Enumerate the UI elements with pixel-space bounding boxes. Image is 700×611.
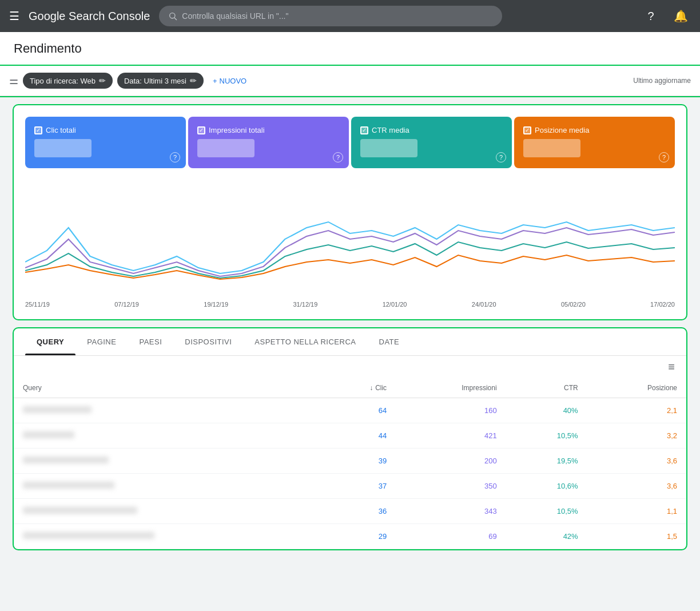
posizione-cell-0: 2,1 [587,398,686,423]
col-header-ctr[interactable]: CTR [506,378,587,398]
table-row[interactable]: 44 421 10,5% 3,2 [14,423,686,449]
filter-table-icon[interactable]: ≡ [668,360,675,374]
performance-card: ✓ Clic totali ? ✓ Impressioni totali ? ✓… [14,105,686,319]
ctr-cell-3: 10,6% [506,474,587,499]
metric-ctr-media[interactable]: ✓ CTR media ? [351,117,512,168]
metric-clic-totali[interactable]: ✓ Clic totali ? [25,117,186,168]
hamburger-icon[interactable]: ☰ [9,9,19,23]
query-cell-4 [14,499,323,524]
search-icon [168,11,177,21]
col-header-query[interactable]: Query [14,378,323,398]
main-content: ✓ Clic totali ? ✓ Impressioni totali ? ✓… [0,96,700,558]
table-row[interactable]: 37 350 10,6% 3,6 [14,474,686,499]
top-navigation: ☰ Google Search Console ? 🔔 [0,0,700,32]
page-header: Rendimento [0,32,700,66]
last-update-text: Ultimo aggiorname [633,77,691,85]
page-title: Rendimento [14,41,686,56]
posizione-help-icon[interactable]: ? [659,152,669,162]
table-row[interactable]: 29 69 42% 1,5 [14,524,686,549]
tab-paesi[interactable]: PAESI [128,328,173,355]
clic-checkbox[interactable]: ✓ [34,126,42,134]
chart-x-labels: 25/11/1907/12/1919/12/1931/12/1912/01/20… [25,296,675,308]
impressioni-cell-0: 160 [396,398,506,423]
chart-x-label: 07/12/19 [114,301,139,308]
posizione-value [523,139,580,157]
filter-bar: ⚌ Tipo di ricerca: Web ✏ Data: Ultimi 3 … [0,66,700,96]
posizione-cell-4: 1,1 [587,499,686,524]
filter-toggle-icon[interactable]: ⚌ [9,74,18,87]
url-search-input[interactable] [182,11,493,21]
metric-posizione-media[interactable]: ✓ Posizione media ? [514,117,675,168]
ctr-cell-0: 40% [506,398,587,423]
ctr-checkbox[interactable]: ✓ [360,126,368,134]
table-row[interactable]: 36 343 10,5% 1,1 [14,499,686,524]
ctr-help-icon[interactable]: ? [496,152,506,162]
metrics-row: ✓ Clic totali ? ✓ Impressioni totali ? ✓… [25,117,675,168]
impressioni-cell-4: 343 [396,499,506,524]
chart-x-label: 05/02/20 [561,301,586,308]
sort-down-icon: ↓ [369,384,373,392]
edit-search-type-icon: ✏ [99,76,106,85]
query-cell-5 [14,524,323,549]
tab-pagine[interactable]: PAGINE [75,328,128,355]
notifications-icon[interactable]: 🔔 [670,6,691,26]
query-cell-0 [14,398,323,423]
impressioni-cell-1: 421 [396,423,506,449]
date-label: Data: Ultimi 3 mesi [124,77,186,85]
tab-aspetto-nella-ricerca[interactable]: ASPETTO NELLA RICERCA [243,328,367,355]
nav-icons: ? 🔔 [641,6,691,26]
impressioni-checkbox[interactable]: ✓ [197,126,205,134]
impressioni-label: Impressioni totali [209,126,265,134]
clic-value [34,139,92,157]
posizione-cell-1: 3,2 [587,423,686,449]
ctr-cell-1: 10,5% [506,423,587,449]
help-icon[interactable]: ? [641,6,661,26]
ctr-cell-4: 10,5% [506,499,587,524]
posizione-checkbox[interactable]: ✓ [523,126,531,134]
tab-dispositivi[interactable]: DISPOSITIVI [173,328,243,355]
table-row[interactable]: 64 160 40% 2,1 [14,398,686,423]
posizione-cell-3: 3,6 [587,474,686,499]
search-type-filter-chip[interactable]: Tipo di ricerca: Web ✏ [23,73,113,89]
col-header-clic[interactable]: ↓Clic [323,378,396,398]
plus-icon: + [213,77,217,85]
tab-date[interactable]: DATE [368,328,411,355]
clic-cell-4: 36 [323,499,396,524]
table-card: QUERYPAGINEPAESIDISPOSITIVIASPETTO NELLA… [14,328,686,549]
col-header-posizione[interactable]: Posizione [587,378,686,398]
performance-chart [25,182,675,296]
data-table: Query ↓Clic Impressioni CTR Posizione 64… [14,378,686,549]
chart-x-label: 19/12/19 [204,301,228,308]
metric-impressioni-totali[interactable]: ✓ Impressioni totali ? [188,117,349,168]
url-search-bar[interactable] [159,6,502,26]
posizione-cell-5: 1,5 [587,524,686,549]
clic-cell-2: 39 [323,449,396,474]
clic-help-icon[interactable]: ? [170,152,180,162]
chart-x-label: 12/01/20 [383,301,407,308]
edit-date-icon: ✏ [190,76,197,85]
impressioni-value [197,139,254,157]
query-cell-1 [14,423,323,449]
chart-x-label: 17/02/20 [650,301,675,308]
table-row[interactable]: 39 200 19,5% 3,6 [14,449,686,474]
tab-query[interactable]: QUERY [25,328,75,355]
ctr-cell-5: 42% [506,524,587,549]
table-toolbar: ≡ [14,356,686,378]
search-type-label: Tipo di ricerca: Web [30,77,96,85]
posizione-label: Posizione media [535,126,589,134]
add-new-label: NUOVO [220,77,247,85]
clic-cell-5: 29 [323,524,396,549]
col-header-impressioni[interactable]: Impressioni [396,378,506,398]
clic-cell-1: 44 [323,423,396,449]
posizione-cell-2: 3,6 [587,449,686,474]
date-filter-chip[interactable]: Data: Ultimi 3 mesi ✏ [117,73,204,89]
chart-x-label: 31/12/19 [293,301,317,308]
impressioni-help-icon[interactable]: ? [333,152,343,162]
ctr-cell-2: 19,5% [506,449,587,474]
svg-line-1 [174,18,177,20]
ctr-value [360,139,417,157]
tabs-row: QUERYPAGINEPAESIDISPOSITIVIASPETTO NELLA… [14,328,686,356]
impressioni-cell-3: 350 [396,474,506,499]
clic-cell-0: 64 [323,398,396,423]
add-new-filter-button[interactable]: + NUOVO [208,73,251,89]
